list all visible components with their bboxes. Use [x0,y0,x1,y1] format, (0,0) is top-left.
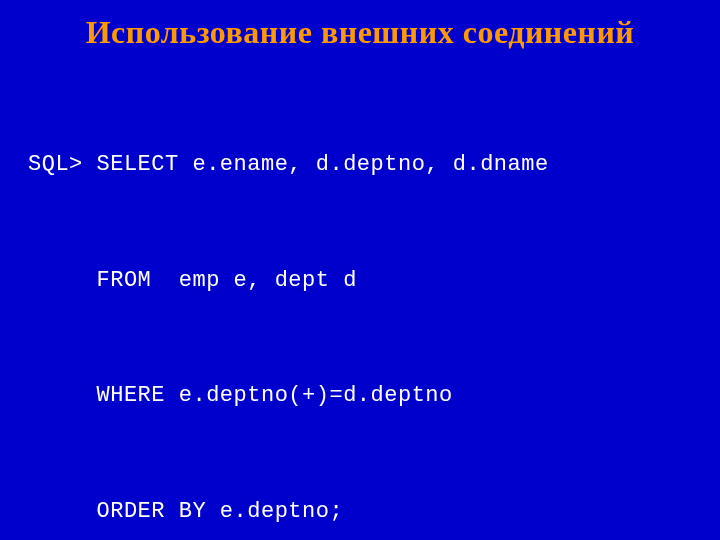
page-title: Использование внешних соединений [28,14,692,51]
sql-code-block: SQL> SELECT e.ename, d.deptno, d.dname F… [28,69,692,540]
sql-line-2: FROM emp e, dept d [28,262,692,301]
sql-line-1: SQL> SELECT e.ename, d.deptno, d.dname [28,146,692,185]
slide: Использование внешних соединений SQL> SE… [0,0,720,540]
sql-line-4: ORDER BY e.deptno; [28,493,692,532]
sql-line-3: WHERE e.deptno(+)=d.deptno [28,377,692,416]
